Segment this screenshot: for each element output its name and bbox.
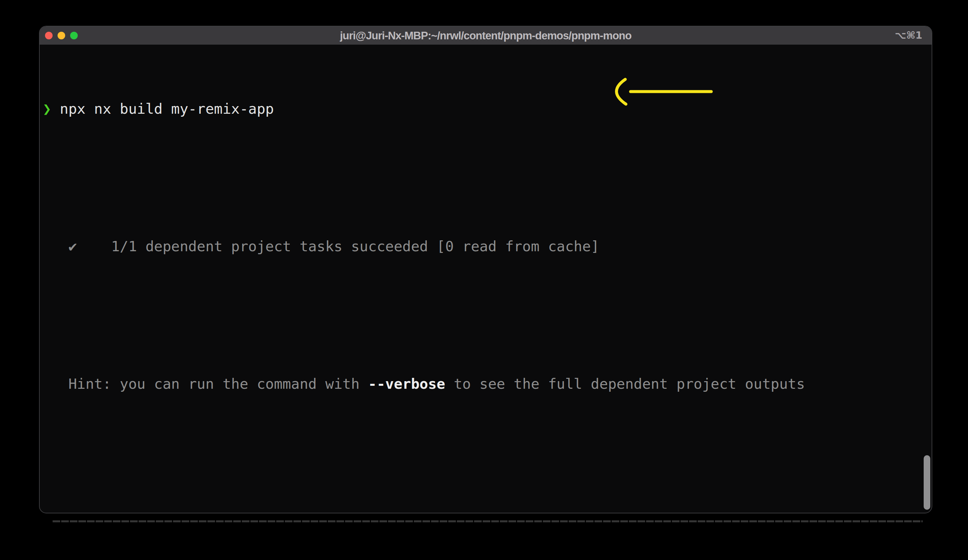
command-text: npx nx build my-remix-app [51, 101, 274, 117]
titlebar[interactable]: juri@Juri-Nx-MBP:~/nrwl/content/pnpm-dem… [40, 26, 932, 45]
task-success-text: 1/1 dependent project tasks succeeded [0… [77, 238, 600, 254]
tab-shortcut-label: ⌥⌘1 [895, 30, 922, 41]
window-title: juri@Juri-Nx-MBP:~/nrwl/content/pnpm-dem… [40, 30, 932, 42]
prompt-chevron-icon: ❯ [43, 101, 51, 117]
verbose-flag: --verbose [368, 375, 445, 392]
scrollbar-thumb[interactable] [924, 455, 930, 510]
command-line: ❯ npx nx build my-remix-app [43, 100, 932, 117]
checkmark-icon: ✔ [68, 238, 77, 254]
hint-line: Hint: you can run the command with --ver… [43, 375, 932, 392]
task-success-line: ✔ 1/1 dependent project tasks succeeded … [43, 238, 932, 255]
divider-gray [43, 520, 932, 537]
terminal-output[interactable]: ❯ npx nx build my-remix-app ✔ 1/1 depend… [40, 45, 932, 560]
terminal-window: juri@Juri-Nx-MBP:~/nrwl/content/pnpm-dem… [39, 26, 932, 514]
